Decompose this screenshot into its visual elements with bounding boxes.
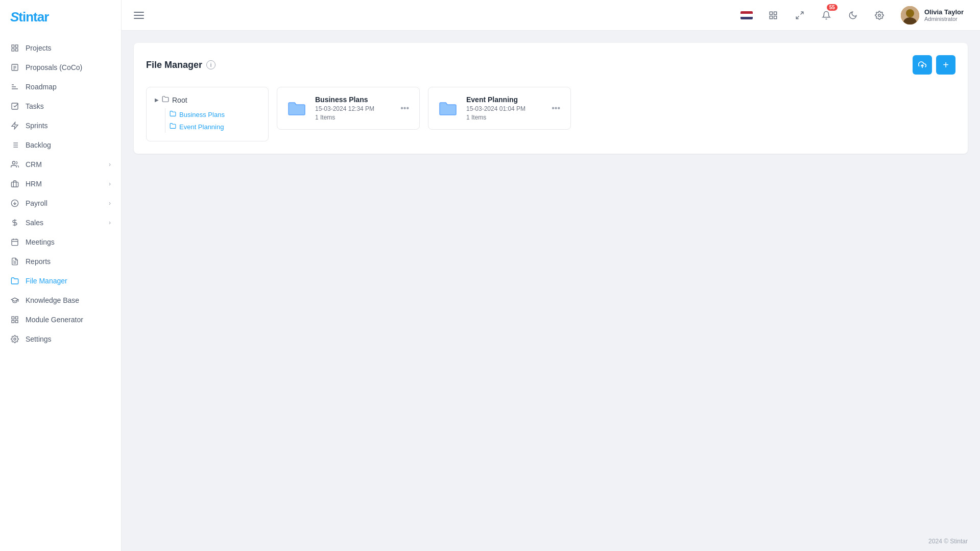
flag-icon xyxy=(740,11,753,19)
gear-icon xyxy=(875,11,884,20)
crm-chevron-icon: › xyxy=(109,161,111,168)
tree-child-folder-icon-0 xyxy=(170,110,176,118)
sidebar-label-sales: Sales xyxy=(26,219,43,227)
folder-name-1: Event Planning xyxy=(466,95,542,104)
language-selector[interactable] xyxy=(737,6,756,25)
sidebar-label-meetings: Meetings xyxy=(26,238,55,246)
dark-mode-button[interactable] xyxy=(844,6,862,25)
sidebar-label-module-generator: Module Generator xyxy=(26,316,83,324)
info-icon[interactable]: i xyxy=(206,60,216,69)
sidebar-label-tasks: Tasks xyxy=(26,102,44,110)
settings-button[interactable] xyxy=(870,6,889,25)
tasks-icon xyxy=(10,102,19,111)
sprints-icon xyxy=(10,121,19,130)
user-name: Olivia Taylor xyxy=(924,8,964,16)
svg-rect-27 xyxy=(12,317,14,319)
sidebar-item-knowledge-base[interactable]: Knowledge Base xyxy=(0,291,121,310)
avatar-image xyxy=(901,6,919,25)
sidebar-label-file-manager: File Manager xyxy=(26,277,67,285)
svg-line-37 xyxy=(796,16,799,18)
folder-card-info-1: Event Planning 15-03-2024 01:04 PM 1 Ite… xyxy=(466,95,542,121)
bell-icon xyxy=(822,11,831,20)
notifications-button[interactable]: 55 xyxy=(817,6,835,25)
svg-marker-9 xyxy=(12,122,18,129)
sidebar-label-knowledge-base: Knowledge Base xyxy=(26,296,79,304)
add-button-label: + xyxy=(943,59,949,71)
moon-icon xyxy=(848,11,857,20)
tree-root[interactable]: ▶ Root xyxy=(155,95,260,104)
avatar xyxy=(901,6,919,25)
content-area: File Manager i + ▶ xyxy=(122,31,980,532)
expand-icon xyxy=(795,11,804,20)
folder-card-business-plans[interactable]: Business Plans 15-03-2024 12:34 PM 1 Ite… xyxy=(277,87,420,130)
sidebar-item-module-generator[interactable]: Module Generator xyxy=(0,310,121,329)
tree-child-business-plans[interactable]: Business Plans xyxy=(170,108,260,121)
svg-rect-30 xyxy=(15,320,18,323)
header-left xyxy=(134,12,144,19)
sidebar: Stintar Projects Proposals (CoCo) Roadma… xyxy=(0,0,122,551)
upload-button[interactable] xyxy=(913,55,932,75)
file-manager-title: File Manager i xyxy=(146,60,216,70)
svg-rect-28 xyxy=(15,317,18,319)
user-profile[interactable]: Olivia Taylor Administrator xyxy=(897,4,968,27)
sidebar-item-roadmap[interactable]: Roadmap xyxy=(0,77,121,97)
folder-date-1: 15-03-2024 01:04 PM xyxy=(466,105,542,112)
file-manager-card: File Manager i + ▶ xyxy=(134,43,968,154)
svg-rect-3 xyxy=(15,49,18,51)
folder-name-0: Business Plans xyxy=(315,95,391,104)
folder-card-menu-1[interactable]: ••• xyxy=(549,102,562,115)
notification-badge: 55 xyxy=(827,4,838,11)
upload-icon xyxy=(918,61,926,69)
tree-root-label: Root xyxy=(172,96,187,104)
svg-rect-0 xyxy=(12,45,14,47)
logo[interactable]: Stintar xyxy=(0,0,121,34)
sidebar-item-sprints[interactable]: Sprints xyxy=(0,116,121,135)
proposals-icon xyxy=(10,63,19,72)
footer-text: 2024 © Stintar xyxy=(928,538,968,545)
folder-card-event-planning[interactable]: Event Planning 15-03-2024 01:04 PM 1 Ite… xyxy=(428,87,571,130)
sidebar-label-crm: CRM xyxy=(26,160,42,169)
add-button[interactable]: + xyxy=(936,55,955,75)
header-right: 55 Olivia Taylor xyxy=(737,4,968,27)
tree-child-label-0: Business Plans xyxy=(179,111,225,118)
sidebar-item-file-manager[interactable]: File Manager xyxy=(0,271,121,291)
knowledge-base-icon xyxy=(10,296,19,305)
apps-grid-button[interactable] xyxy=(764,6,782,25)
sidebar-item-meetings[interactable]: Meetings xyxy=(0,232,121,252)
module-generator-icon xyxy=(10,315,19,324)
svg-rect-8 xyxy=(12,103,18,109)
svg-rect-29 xyxy=(12,320,14,323)
crm-icon xyxy=(10,160,19,169)
tree-child-event-planning[interactable]: Event Planning xyxy=(170,121,260,133)
sidebar-item-sales[interactable]: Sales › xyxy=(0,213,121,232)
svg-point-31 xyxy=(14,338,16,340)
sidebar-item-proposals[interactable]: Proposals (CoCo) xyxy=(0,58,121,77)
sidebar-item-reports[interactable]: Reports xyxy=(0,252,121,271)
sidebar-item-settings[interactable]: Settings xyxy=(0,329,121,349)
folder-card-info-0: Business Plans 15-03-2024 12:34 PM 1 Ite… xyxy=(315,95,391,121)
sidebar-label-proposals: Proposals (CoCo) xyxy=(26,63,82,71)
sidebar-item-projects[interactable]: Projects xyxy=(0,38,121,58)
folder-items-0: 1 Items xyxy=(315,114,391,121)
folder-card-menu-0[interactable]: ••• xyxy=(398,102,411,115)
meetings-icon xyxy=(10,237,19,247)
file-manager-icon xyxy=(10,276,19,285)
svg-rect-1 xyxy=(15,45,18,47)
svg-point-38 xyxy=(878,14,881,16)
svg-rect-34 xyxy=(770,16,772,18)
projects-icon xyxy=(10,43,19,53)
hamburger-menu[interactable] xyxy=(134,12,144,19)
expand-button[interactable] xyxy=(791,6,809,25)
sidebar-label-reports: Reports xyxy=(26,257,51,266)
backlog-icon xyxy=(10,140,19,150)
footer: 2024 © Stintar xyxy=(122,532,980,551)
sidebar-item-hrm[interactable]: HRM › xyxy=(0,174,121,194)
file-manager-title-text: File Manager xyxy=(146,60,202,70)
main-area: 55 Olivia Taylor xyxy=(122,0,980,551)
sidebar-item-tasks[interactable]: Tasks xyxy=(0,97,121,116)
sidebar-item-payroll[interactable]: Payroll › xyxy=(0,194,121,213)
svg-rect-2 xyxy=(12,49,14,51)
sidebar-item-backlog[interactable]: Backlog xyxy=(0,135,121,155)
sidebar-item-crm[interactable]: CRM › xyxy=(0,155,121,174)
tree-panel: ▶ Root Business Plans xyxy=(146,87,269,141)
